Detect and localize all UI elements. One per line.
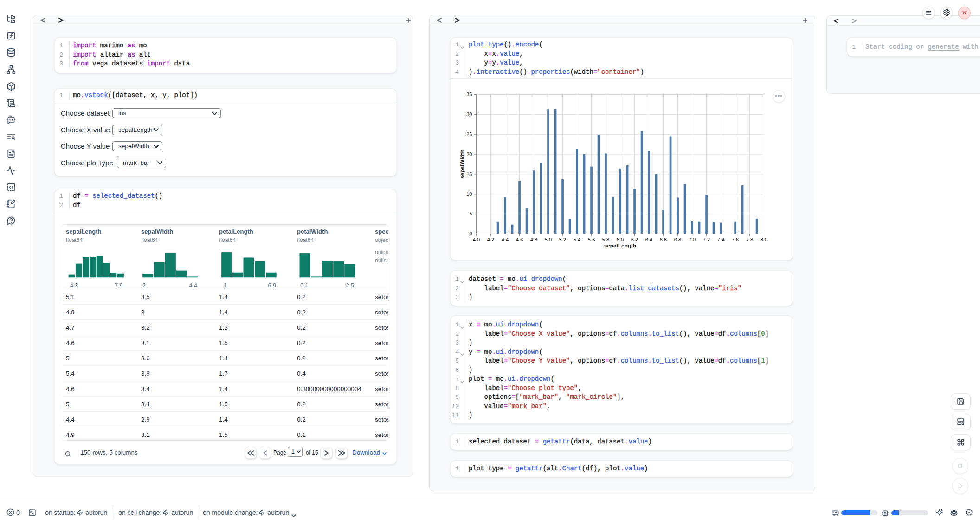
svg-text:15: 15	[466, 171, 472, 177]
svg-text:7.2: 7.2	[703, 237, 710, 242]
svg-text:4.4: 4.4	[502, 237, 509, 242]
svg-text:6.0: 6.0	[617, 237, 624, 242]
svg-text:5: 5	[469, 211, 472, 216]
svg-text:7.4: 7.4	[717, 237, 724, 242]
svg-text:7.0: 7.0	[689, 237, 696, 242]
svg-text:4.6: 4.6	[516, 237, 523, 242]
svg-text:6.2: 6.2	[631, 237, 638, 242]
svg-text:6.4: 6.4	[645, 237, 652, 242]
svg-text:8.0: 8.0	[761, 237, 767, 242]
svg-text:7.6: 7.6	[732, 237, 739, 242]
svg-text:7.8: 7.8	[746, 237, 753, 242]
svg-text:20: 20	[466, 151, 472, 157]
svg-text:4.8: 4.8	[530, 237, 537, 242]
svg-text:5.4: 5.4	[574, 237, 580, 242]
svg-text:5.8: 5.8	[602, 237, 609, 242]
svg-text:35: 35	[466, 91, 472, 97]
svg-text:6.6: 6.6	[660, 237, 667, 242]
svg-text:sepalWidth: sepalWidth	[459, 150, 465, 179]
svg-text:4.2: 4.2	[487, 237, 494, 242]
svg-text:30: 30	[466, 111, 472, 117]
svg-text:5.6: 5.6	[588, 237, 595, 242]
svg-text:5.0: 5.0	[545, 237, 552, 242]
svg-text:10: 10	[466, 191, 472, 197]
svg-text:5.2: 5.2	[559, 237, 566, 242]
svg-text:25: 25	[466, 131, 472, 137]
svg-text:4.0: 4.0	[473, 237, 480, 242]
svg-text:0: 0	[469, 231, 472, 236]
svg-text:sepalLength: sepalLength	[604, 242, 636, 249]
svg-text:6.8: 6.8	[674, 237, 681, 242]
